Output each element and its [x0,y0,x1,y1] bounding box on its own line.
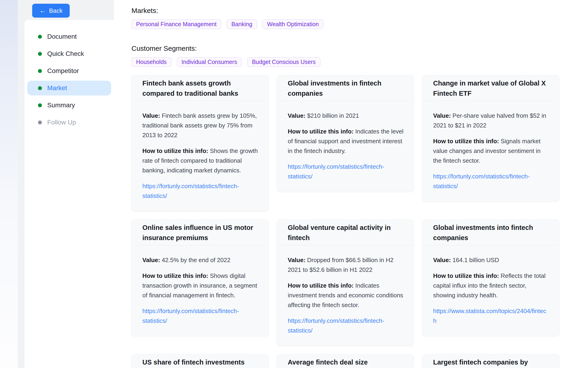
steps-nav-panel: Document Quick Check Competitor Market S… [25,20,114,368]
stat-card: Global investments in fintech companies … [277,75,414,192]
card-value: Value: Per-share value halved from $52 i… [433,111,549,130]
card-value: Value: 42.5% by the end of 2022 [142,255,258,265]
stat-card: Change in market value of Global X Finte… [422,75,559,201]
card-body: Value: 42.5% by the end of 2022 How to u… [132,245,268,336]
card-howto: How to utilize this info: Shows the grow… [142,146,258,175]
sidebar-item-competitor[interactable]: Competitor [27,64,111,78]
segment-tag: Individual Consumers [177,57,242,67]
status-dot-icon [38,52,42,56]
sidebar-item-label: Document [47,33,77,40]
value-label: Value: [142,257,160,264]
stat-card: Average fintech deal size [277,354,414,368]
market-tag: Personal Finance Management [132,19,221,29]
card-body: Value: Dropped from $66.5 billion in H2 … [277,245,414,346]
segment-tag: Households [132,57,171,67]
card-howto: How to utilize this info: Reflects the t… [433,271,549,300]
steps-nav-list: Document Quick Check Competitor Market S… [25,20,114,130]
howto-label: How to utilize this info: [288,282,354,289]
card-body: Value: 164.1 billion USD How to utilize … [422,245,559,336]
howto-label: How to utilize this info: [142,272,208,279]
status-dot-icon [38,103,42,107]
left-gradient-strip [0,0,18,368]
card-howto: How to utilize this info: Indicates inve… [288,281,404,310]
card-title: Online sales influence in US motor insur… [132,220,268,245]
howto-label: How to utilize this info: [433,272,499,279]
value-label: Value: [433,257,451,264]
card-source-link[interactable]: https://fortunly.com/statistics/fintech-… [288,316,404,335]
sidebar-item-label: Summary [47,101,75,109]
stat-card: Global venture capital activity in finte… [277,220,414,346]
market-tag: Wealth Optimization [263,19,323,29]
card-source-link[interactable]: https://fortunly.com/statistics/fintech-… [142,181,258,201]
value-label: Value: [142,112,160,119]
status-dot-icon [38,69,42,73]
card-body: Value: Fintech bank assets grew by 105%,… [132,101,268,211]
sidebar-item-summary[interactable]: Summary [27,98,111,113]
card-title: Global venture capital activity in finte… [277,220,414,245]
sidebar-item-label: Market [47,84,67,92]
value-label: Value: [288,257,306,264]
customer-segments-section-label: Customer Segments: [132,44,588,53]
howto-label: How to utilize this info: [433,138,499,145]
back-button[interactable]: ← Back [32,4,70,18]
back-arrow-icon: ← [39,7,46,14]
value-label: Value: [433,112,451,119]
stat-card: Fintech bank assets growth compared to t… [132,75,269,211]
card-value: Value: $210 billion in 2021 [288,111,404,120]
main-content: Markets: Personal Finance Management Ban… [114,0,588,368]
card-howto: How to utilize this info: Signals market… [433,136,549,166]
sidebar-item-follow-up[interactable]: Follow Up [27,115,111,130]
customer-segments-tag-row: Households Individual Consumers Budget C… [132,57,588,67]
sidebar-item-market[interactable]: Market [27,81,111,95]
stat-cards-grid: Fintech bank assets growth compared to t… [132,75,588,368]
stat-card: Largest fintech companies by [422,354,559,368]
card-title: Average fintech deal size [277,354,414,368]
segment-tag: Budget Conscious Users [247,57,320,67]
value-text: 42.5% by the end of 2022 [162,257,230,264]
back-button-label: Back [49,7,62,14]
stat-card: US share of fintech investments [132,354,269,368]
status-dot-icon [38,120,42,124]
market-tag: Banking [227,19,257,29]
sidebar-item-label: Competitor [47,67,79,75]
card-howto: How to utilize this info: Shows digital … [142,271,258,300]
stat-card: Online sales influence in US motor insur… [132,220,269,336]
status-dot-icon [38,35,42,39]
card-title: US share of fintech investments [132,354,268,368]
howto-label: How to utilize this info: [288,128,354,135]
markets-tag-row: Personal Finance Management Banking Weal… [132,19,588,29]
card-source-link[interactable]: https://fortunly.com/statistics/fintech-… [142,306,258,326]
sidebar-item-label: Quick Check [47,50,84,57]
sidebar: ← Back Document Quick Check Competitor M… [18,0,114,368]
value-text: $210 billion in 2021 [307,112,359,119]
card-title: Change in market value of Global X Finte… [422,75,559,101]
card-title: Fintech bank assets growth compared to t… [132,75,268,101]
status-dot-icon [38,86,42,90]
markets-section-label: Markets: [132,7,588,15]
card-value: Value: Fintech bank assets grew by 105%,… [142,111,258,140]
sidebar-item-document[interactable]: Document [27,29,111,44]
card-body: Value: Per-share value halved from $52 i… [422,101,559,201]
sidebar-item-label: Follow Up [47,119,76,126]
howto-label: How to utilize this info: [142,147,208,154]
stat-card: Global investments into fintech companie… [422,220,559,336]
card-title: Global investments in fintech companies [277,75,414,101]
card-source-link[interactable]: https://www.statista.com/topics/2404/fin… [433,306,549,326]
card-source-link[interactable]: https://fortunly.com/statistics/fintech-… [433,172,549,191]
value-label: Value: [288,112,306,119]
card-howto: How to utilize this info: Indicates the … [288,127,404,156]
card-title: Largest fintech companies by [422,354,559,368]
card-value: Value: 164.1 billion USD [433,255,549,265]
card-value: Value: Dropped from $66.5 billion in H2 … [288,255,404,275]
card-body: Value: $210 billion in 2021 How to utili… [277,101,414,191]
card-title: Global investments into fintech companie… [422,220,559,245]
sidebar-item-quick-check[interactable]: Quick Check [27,46,111,61]
card-source-link[interactable]: https://fortunly.com/statistics/fintech-… [288,162,404,181]
value-text: 164.1 billion USD [453,257,499,264]
